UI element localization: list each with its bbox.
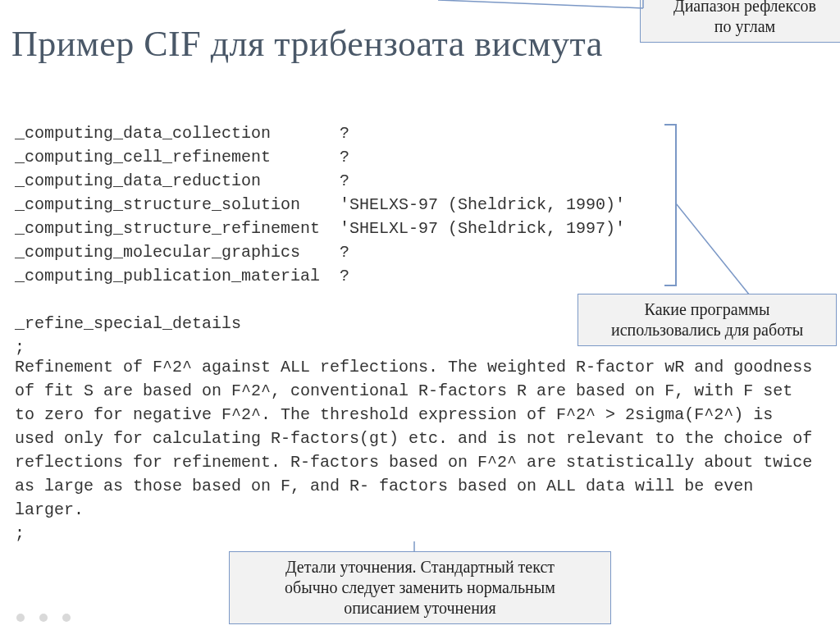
- connector-mid: [676, 203, 807, 302]
- refine-body-text: Refinement of F^2^ against ALL reflectio…: [15, 358, 812, 519]
- dot-icon: [16, 614, 25, 622]
- svg-line-0: [438, 0, 643, 8]
- callout-angle-range: Диапазон рефлексовпо углам: [640, 0, 840, 43]
- refine-special-details-body: Refinement of F^2^ against ALL reflectio…: [15, 355, 819, 546]
- cif-computing-block: _computing_data_collection ? _computing_…: [15, 121, 625, 359]
- callout-programs-used: Какие программыиспользовались для работы: [578, 294, 837, 346]
- slide-progress-dots: [16, 614, 71, 622]
- svg-line-2: [676, 203, 750, 295]
- dot-icon: [62, 614, 71, 622]
- refine-body-close: ;: [15, 524, 25, 543]
- connector-top: [438, 0, 651, 33]
- connector-bottom: [406, 541, 422, 553]
- dot-icon: [39, 614, 48, 622]
- callout-refinement-details: Детали уточнения. Стандартный текстобычн…: [229, 551, 611, 624]
